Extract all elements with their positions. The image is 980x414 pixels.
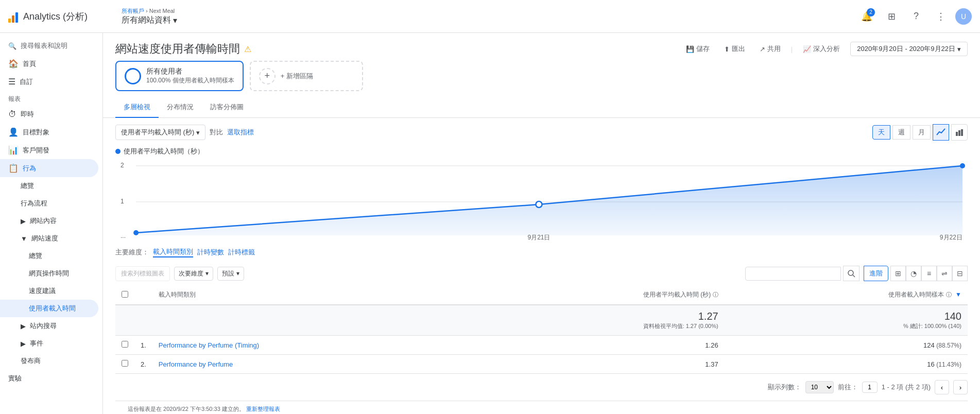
add-row-chart-button[interactable]: 搜索列標籤圖表: [115, 266, 170, 281]
page-title: 網站速度使用者傳輸時間 ⚠: [115, 41, 251, 57]
info-icon: ⓘ: [713, 291, 718, 298]
sidebar-item-audience[interactable]: 👤 目標對象: [0, 123, 98, 141]
acquisition-icon: 📊: [8, 145, 19, 155]
view-btn-compare[interactable]: ⇌: [937, 266, 952, 281]
tab-multilayer[interactable]: 多層檢視: [115, 97, 159, 118]
tab-distribution[interactable]: 分布情況: [159, 97, 202, 118]
segment-circle: [125, 68, 141, 84]
sidebar-item-page-timings[interactable]: 網頁操作時間: [0, 265, 98, 282]
sidebar-search[interactable]: 🔍 搜尋報表和說明: [0, 37, 102, 55]
sidebar-item-label: 實驗: [8, 374, 22, 383]
select-all-checkbox[interactable]: [122, 291, 128, 298]
prev-page-button[interactable]: ‹: [935, 380, 949, 394]
summary-avg-sub: 資料檢視平均值: 1.27 (0.00%): [480, 322, 718, 330]
row-name-2: Performance by Perfume: [152, 355, 475, 374]
insights-button[interactable]: 📈 深入分析: [799, 41, 844, 57]
row-checkbox-1[interactable]: [122, 341, 128, 348]
sidebar-item-events[interactable]: ▶ 事件: [0, 335, 98, 352]
sidebar-item-label: 總覽: [29, 251, 42, 261]
tab-visitor-map[interactable]: 訪客分佈圖: [202, 97, 252, 118]
svg-text:9月22日: 9月22日: [940, 234, 962, 240]
sidebar-item-speed-overview[interactable]: 總覽: [0, 247, 98, 265]
expand-icon: ▶: [21, 217, 26, 225]
sidebar-item-site-speed[interactable]: ▼ 網站速度: [0, 230, 98, 247]
show-rows-label: 顯示列數：: [768, 383, 801, 392]
prev-page-label: 前往：: [838, 383, 858, 392]
chart-type-bar[interactable]: [951, 124, 968, 141]
sidebar-item-site-content[interactable]: ▶ 網站內容: [0, 212, 98, 230]
sidebar-item-behavior[interactable]: 📋 行為: [0, 159, 98, 177]
table-controls: 搜索列標籤圖表 次要維度 ▾ 預設 ▾: [115, 262, 968, 285]
segment-sub: 100.00% 個使用者載入時間樣本: [146, 76, 234, 85]
sidebar-item-experiments[interactable]: 實驗: [0, 370, 98, 387]
secondary-dim-selector[interactable]: 次要維度 ▾: [174, 267, 213, 281]
dimension-timing-label[interactable]: 計時標籤: [228, 248, 255, 257]
row-link-1[interactable]: Performance by Perfume (Timing): [159, 341, 259, 349]
refresh-report-link[interactable]: 重新整理報表: [246, 406, 280, 412]
chart-wrapper: 2 1 ...: [103, 158, 980, 242]
view-btn-pie[interactable]: ◔: [906, 266, 921, 281]
table-footer: 顯示列數： 10 25 50 100 前往： 1 - 2 項 (共 2 項) ‹…: [115, 374, 968, 401]
go-button[interactable]: 進階: [864, 266, 888, 281]
help-button[interactable]: ?: [906, 6, 926, 27]
date-range-selector[interactable]: 2020年9月20日 - 2020年9月22日 ▾: [850, 42, 968, 56]
dimension-bar-label: 主要維度：: [115, 248, 149, 257]
breadcrumb-parent[interactable]: 所有帳戶: [122, 8, 144, 14]
page-input[interactable]: [862, 382, 878, 393]
view-btn-list[interactable]: ≡: [921, 266, 937, 281]
sidebar-item-user-timings[interactable]: 使用者載入時間: [0, 300, 98, 317]
svg-point-10: [536, 201, 542, 208]
save-button[interactable]: 💾 儲存: [682, 41, 714, 57]
sidebar-item-site-search[interactable]: ▶ 站內搜尋: [0, 317, 98, 335]
notifications-button[interactable]: 🔔 2: [856, 6, 877, 27]
svg-line-15: [853, 275, 855, 277]
view-btn-pivot[interactable]: ⊟: [952, 266, 968, 281]
sidebar-item-home[interactable]: 🏠 首頁: [0, 55, 98, 73]
time-toggle-group: 天 週 月: [872, 124, 968, 141]
table-header-row: 載入時間類別 使用者平均載入時間 (秒) ⓘ 使用者載入時間樣本 ⓘ ▼: [115, 285, 968, 305]
apps-button[interactable]: ⊞: [881, 6, 902, 27]
select-metric-link[interactable]: 選取指標: [227, 128, 254, 137]
next-page-button[interactable]: ›: [953, 380, 968, 394]
table-search-input[interactable]: [745, 267, 841, 281]
search-icon-button[interactable]: [843, 266, 859, 281]
sidebar-item-label: 事件: [30, 339, 43, 348]
avatar[interactable]: U: [955, 8, 972, 25]
export-button[interactable]: ⬆ 匯出: [720, 41, 749, 57]
sidebar-item-speed-suggestions[interactable]: 速度建議: [0, 282, 98, 300]
sidebar-item-behavior-overview[interactable]: 總覽: [0, 177, 98, 195]
time-btn-week[interactable]: 週: [892, 125, 910, 140]
view-btn-grid[interactable]: ⊞: [890, 266, 906, 281]
time-btn-day[interactable]: 天: [872, 125, 890, 140]
tabs: 多層檢視 分布情況 訪客分佈圖: [103, 97, 980, 118]
col-header-sample-count[interactable]: 使用者載入時間樣本 ⓘ ▼: [725, 285, 968, 305]
metric-selector[interactable]: 使用者平均載入時間 (秒) ▾: [115, 125, 205, 140]
segment-add[interactable]: + + 新增區隔: [250, 61, 363, 91]
sort-type-selector[interactable]: 預設 ▾: [217, 267, 244, 281]
save-icon: 💾: [686, 45, 694, 53]
chart-type-line[interactable]: [933, 124, 949, 141]
more-button[interactable]: ⋮: [931, 6, 951, 27]
dimension-timing-variable[interactable]: 計時變數: [197, 248, 224, 257]
sidebar-item-acquisition[interactable]: 📊 客戶開發: [0, 141, 98, 159]
sidebar-item-behavior-flow[interactable]: 行為流程: [0, 195, 98, 212]
row-link-2[interactable]: Performance by Perfume: [159, 360, 233, 368]
breadcrumb-child: Next Meal: [149, 8, 175, 14]
svg-rect-0: [956, 132, 958, 136]
row-checkbox-2[interactable]: [122, 360, 128, 367]
summary-sample-count: 140 % 總計: 100.00% (140): [725, 305, 968, 336]
sidebar-item-custom[interactable]: ☰ 自訂: [0, 73, 98, 91]
table-view-buttons: ⊞ ◔ ≡ ⇌ ⊟: [890, 266, 968, 281]
segment-all-users[interactable]: 所有使用者 100.00% 個使用者載入時間樣本: [115, 61, 244, 91]
svg-rect-1: [958, 130, 960, 136]
sidebar-item-realtime[interactable]: ⏱ 即時: [0, 106, 98, 123]
row-index-2: 2.: [134, 355, 152, 374]
time-btn-month[interactable]: 月: [913, 125, 931, 140]
sidebar-item-publisher[interactable]: 發布商: [0, 352, 98, 370]
dimension-load-time[interactable]: 載入時間類別: [153, 247, 193, 257]
row-index-1: 1.: [134, 336, 152, 355]
share-button[interactable]: ↗ 共用: [755, 41, 785, 57]
page-size-select[interactable]: 10 25 50 100: [805, 381, 834, 393]
property-selector[interactable]: 所有網站資料 ▾: [122, 15, 177, 26]
expand-icon: ▶: [21, 340, 26, 348]
